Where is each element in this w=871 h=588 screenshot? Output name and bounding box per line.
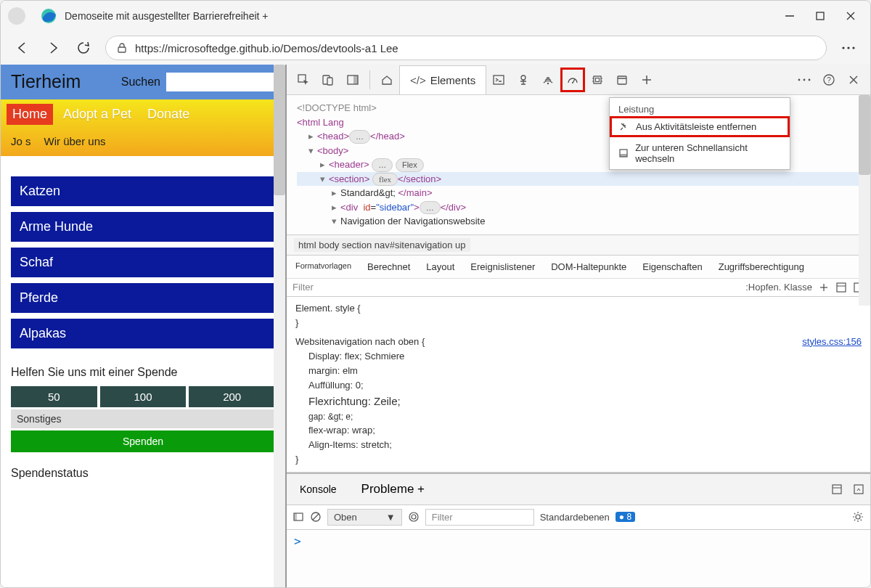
dom-head: <head>	[317, 131, 349, 142]
search-input[interactable]	[166, 73, 275, 91]
flex-badge[interactable]: Flex	[396, 158, 424, 172]
tab-properties[interactable]: Eigenschaften	[642, 261, 702, 272]
nav-jos[interactable]: Jo s	[7, 134, 36, 149]
address-bar[interactable]: https://microsoftedge.github.io/Demos/de…	[105, 36, 827, 60]
drawer-tab-problems[interactable]: Probleme +	[354, 477, 432, 502]
more-menu-button[interactable]	[840, 39, 857, 57]
issues-count-badge[interactable]: ● 8	[616, 512, 635, 522]
category-item[interactable]: Alpakas	[11, 319, 275, 348]
welcome-tab-icon[interactable]	[375, 68, 399, 92]
donate-submit-button[interactable]: Spenden	[11, 430, 275, 452]
dom-body: <body>	[317, 145, 348, 156]
move-bottom-icon	[618, 148, 629, 158]
memory-tab-icon[interactable]	[585, 68, 610, 92]
dom-doctype: <!DOCTYPE html>	[297, 102, 377, 113]
log-levels-selector[interactable]: Standardebenen	[540, 512, 610, 523]
css-declaration[interactable]: Flexrichtung: Zeile;	[295, 393, 862, 409]
drawer-tab-console[interactable]: Konsole	[293, 478, 344, 500]
dom-main-close: </main>	[398, 187, 433, 198]
css-declaration[interactable]: flex-wrap: wrap;	[295, 423, 862, 438]
dock-side-icon[interactable]	[340, 68, 365, 92]
elements-tab[interactable]: </> Elements	[399, 65, 486, 94]
console-settings-icon[interactable]	[851, 510, 864, 523]
sources-tab-icon[interactable]	[511, 68, 536, 92]
tab-styles[interactable]: Formatvorlagen	[295, 261, 351, 272]
source-link[interactable]: styles.css:156	[802, 335, 862, 349]
svg-rect-46	[833, 485, 841, 494]
context-selector[interactable]: Oben▼	[327, 509, 402, 526]
styles-filter-input[interactable]: Filter	[293, 282, 745, 293]
css-declaration[interactable]: gap: &gt; e;	[295, 410, 862, 424]
toggle-sidebar-icon[interactable]	[293, 511, 304, 523]
donate-amount-button[interactable]: 50	[11, 386, 97, 407]
ellipsis-pill: …	[349, 130, 370, 144]
nav-donate[interactable]: Donate	[142, 104, 195, 125]
tab-layout[interactable]: Layout	[426, 261, 454, 272]
issues-count: 8	[626, 512, 631, 522]
css-declaration[interactable]: Display: flex; Schmiere	[295, 349, 862, 364]
other-amount-label[interactable]: Sonstiges	[11, 409, 275, 428]
css-declaration[interactable]: margin: elm	[295, 364, 862, 378]
tab-dom-breakpoints[interactable]: DOM-Haltepunkte	[551, 261, 626, 272]
drawer-dock-icon[interactable]	[831, 483, 843, 495]
dom-scrollbar[interactable]	[859, 95, 870, 306]
back-button[interactable]	[14, 39, 31, 57]
browser-tab-title[interactable]: Demoseite mit ausgestellter Barrierefrei…	[65, 10, 785, 22]
css-declaration[interactable]: Auffüllung: 0;	[295, 378, 862, 393]
dom-breadcrumb[interactable]: html body section nav#sitenavigation up	[287, 234, 870, 256]
profile-avatar[interactable]	[8, 7, 25, 25]
console-tab-icon[interactable]	[486, 68, 511, 92]
help-icon[interactable]: ?	[817, 68, 841, 92]
category-item[interactable]: Katzen	[11, 176, 275, 206]
tab-computed[interactable]: Berechnet	[367, 261, 410, 272]
category-item[interactable]: Arme Hunde	[11, 212, 275, 242]
window-minimize-button[interactable]	[785, 11, 795, 21]
hov-toggle[interactable]: :Hopfen. Klasse	[745, 282, 812, 293]
add-tab-button[interactable]	[634, 68, 659, 92]
context-menu-remove[interactable]: Aus Aktivitätsleiste entfernen	[610, 116, 790, 137]
svg-point-32	[798, 78, 801, 81]
svg-point-53	[412, 515, 416, 519]
donate-amount-button[interactable]: 100	[100, 386, 187, 407]
dom-attr-name: id	[363, 202, 370, 213]
reload-button[interactable]	[75, 39, 92, 57]
forward-button[interactable]	[44, 39, 62, 57]
dom-html: <html Lang	[297, 117, 344, 128]
tab-accessibility[interactable]: Zugriffsberechtigung	[719, 261, 804, 272]
close-devtools-icon[interactable]	[841, 68, 866, 92]
window-close-button[interactable]	[846, 11, 856, 21]
device-emulation-icon[interactable]	[316, 68, 340, 92]
drawer-expand-icon[interactable]	[853, 483, 864, 495]
category-item[interactable]: Pferde	[11, 283, 275, 313]
css-declaration[interactable]: Align-Items: stretch;	[295, 438, 862, 452]
page-scrollbar[interactable]	[274, 65, 285, 587]
donate-amount-button[interactable]: 200	[189, 386, 275, 407]
live-expression-icon[interactable]	[408, 511, 420, 523]
console-prompt[interactable]: >	[287, 530, 870, 552]
svg-point-8	[852, 46, 854, 49]
nav-home[interactable]: Home	[7, 104, 53, 125]
styles-pane[interactable]: Element. style { } styles.css:156 Websit…	[287, 297, 870, 473]
nav-about[interactable]: Wir über uns	[40, 134, 110, 149]
tab-listeners[interactable]: Ereignislistener	[470, 261, 535, 272]
clear-console-icon[interactable]	[310, 511, 322, 523]
new-style-rule-icon[interactable]	[818, 282, 830, 293]
inspect-element-icon[interactable]	[291, 68, 316, 92]
network-tab-icon[interactable]	[536, 68, 560, 92]
search-label: Suchen	[121, 75, 160, 89]
nav-adopt[interactable]: Adopt a Pet	[57, 104, 137, 125]
context-menu-move[interactable]: Zur unteren Schnellansicht wechseln	[610, 137, 790, 169]
svg-point-33	[803, 78, 806, 81]
svg-rect-48	[854, 485, 863, 494]
devtools-more-icon[interactable]	[792, 68, 817, 92]
flex-badge[interactable]: flex	[372, 173, 398, 187]
console-filter-input[interactable]: Filter	[425, 509, 534, 526]
devtools-toolbar: </> Elements ?	[287, 65, 870, 95]
computed-sidebar-icon[interactable]	[835, 282, 847, 293]
category-item[interactable]: Schaf	[11, 248, 275, 277]
svg-point-15	[521, 75, 526, 80]
window-maximize-button[interactable]	[815, 11, 825, 21]
application-tab-icon[interactable]	[610, 68, 634, 92]
performance-tab-icon[interactable]	[560, 68, 585, 92]
svg-rect-13	[353, 75, 358, 84]
